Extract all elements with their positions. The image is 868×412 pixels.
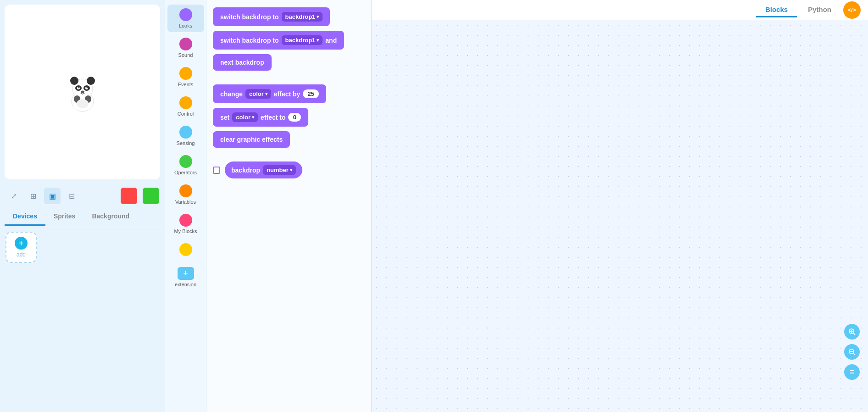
- svg-line-15: [853, 333, 855, 335]
- blocks-panel: switch backdrop to backdrop1 ▾ switch ba…: [206, 0, 372, 412]
- sound-label: Sound: [178, 52, 193, 58]
- main-canvas[interactable]: =: [372, 20, 868, 412]
- block-clear-graphic-effects[interactable]: clear graphic effects: [213, 131, 290, 148]
- canvas-action-buttons: =: [844, 324, 860, 380]
- sidebar-item-operators[interactable]: Operators: [167, 151, 204, 179]
- looks-dot: [179, 8, 192, 21]
- tab-background[interactable]: Background: [83, 208, 138, 226]
- extra-dot: [179, 243, 192, 256]
- expand-view-btn[interactable]: ⤢: [6, 188, 22, 204]
- block-text-set: set: [220, 114, 229, 121]
- sidebar-item-sensing[interactable]: Sensing: [167, 122, 204, 150]
- myblocks-dot: [179, 214, 192, 227]
- effect-value-input[interactable]: 0: [288, 113, 301, 122]
- variables-dot: [179, 184, 192, 197]
- block-switch-backdrop-wait[interactable]: switch backdrop to backdrop1 ▾ and: [213, 31, 344, 50]
- svg-point-8: [78, 87, 79, 88]
- code-fab-container: </>: [843, 0, 861, 20]
- sidebar-item-myblocks[interactable]: My Blocks: [167, 210, 204, 238]
- sidebar-item-control[interactable]: Control: [167, 93, 204, 120]
- block-text: next backdrop: [220, 59, 264, 66]
- operators-dot: [179, 155, 192, 168]
- sensing-label: Sensing: [177, 140, 195, 146]
- single-view-btn[interactable]: ▣: [44, 188, 61, 204]
- myblocks-label: My Blocks: [174, 228, 197, 234]
- panel-tabs: Devices Sprites Background: [0, 208, 165, 226]
- zoom-in-button[interactable]: [844, 324, 860, 340]
- color-dropdown-2[interactable]: color ▾: [232, 112, 258, 122]
- events-dot: [179, 67, 192, 80]
- category-sidebar: Looks Sound Events Control Sensing Opera…: [165, 0, 206, 412]
- svg-point-10: [81, 90, 84, 93]
- stop-button[interactable]: [121, 188, 137, 204]
- block-text: switch backdrop to: [220, 13, 279, 21]
- sidebar-item-looks[interactable]: Looks: [167, 5, 204, 32]
- block-switch-backdrop-1[interactable]: switch backdrop to backdrop1 ▾: [213, 7, 330, 26]
- block-backdrop-reporter-container: backdrop number ▾: [213, 161, 365, 178]
- block-text-change: change: [220, 90, 243, 98]
- blocks-tab-button[interactable]: Blocks: [756, 3, 797, 17]
- code-fab-button[interactable]: </>: [843, 1, 861, 19]
- left-panel: ⤢ ⊞ ▣ ⊟ Devices Sprites Background + add: [0, 0, 165, 412]
- block-text-effect-by: effect by: [274, 90, 300, 98]
- svg-point-13: [77, 99, 89, 108]
- add-device-button[interactable]: + add: [6, 232, 37, 263]
- operators-label: Operators: [174, 170, 197, 175]
- top-bar: Blocks Python: [372, 0, 868, 20]
- add-label: add: [17, 251, 26, 258]
- sidebar-item-sound[interactable]: Sound: [167, 34, 204, 61]
- control-label: Control: [178, 111, 194, 117]
- grid-view-btn[interactable]: ⊟: [63, 188, 80, 204]
- sidebar-item-extension[interactable]: + extension: [167, 263, 204, 291]
- sound-dot: [179, 38, 192, 50]
- sidebar-item-extra[interactable]: [167, 239, 204, 262]
- backdrop-property-dropdown[interactable]: number ▾: [263, 165, 296, 175]
- tab-sprites[interactable]: Sprites: [45, 208, 83, 226]
- block-text: switch backdrop to: [220, 37, 279, 44]
- panda-sprite: [64, 72, 101, 113]
- reset-zoom-button[interactable]: =: [844, 364, 860, 380]
- block-change-color-effect[interactable]: change color ▾ effect by 25: [213, 84, 326, 103]
- main-area: Blocks Python </> =: [372, 0, 868, 412]
- svg-point-2: [70, 77, 78, 85]
- backdrop-reporter-checkbox[interactable]: [213, 167, 220, 174]
- svg-point-9: [86, 87, 88, 88]
- extension-label: extension: [175, 282, 196, 287]
- python-tab-button[interactable]: Python: [799, 3, 840, 17]
- sidebar-item-events[interactable]: Events: [167, 63, 204, 91]
- view-controls: ⤢ ⊞ ▣ ⊟: [0, 184, 165, 208]
- sprite-preview: [5, 5, 160, 179]
- block-text-backdrop: backdrop: [231, 167, 260, 174]
- tab-devices[interactable]: Devices: [5, 208, 45, 226]
- svg-point-3: [87, 77, 95, 85]
- backdrop-dropdown-2[interactable]: backdrop1 ▾: [282, 35, 323, 45]
- block-next-backdrop[interactable]: next backdrop: [213, 54, 272, 71]
- control-dot: [179, 96, 192, 109]
- block-text-clear: clear graphic effects: [220, 136, 283, 143]
- svg-line-19: [853, 353, 855, 355]
- looks-label: Looks: [179, 23, 192, 28]
- block-set-color-effect[interactable]: set color ▾ effect to 0: [213, 108, 308, 127]
- block-backdrop-number[interactable]: backdrop number ▾: [225, 161, 302, 178]
- backdrop-dropdown-1[interactable]: backdrop1 ▾: [282, 12, 323, 22]
- devices-content: + add: [0, 226, 165, 412]
- block-text-and: and: [325, 37, 337, 44]
- sensing-dot: [179, 126, 192, 139]
- zoom-out-button[interactable]: [844, 344, 860, 360]
- events-label: Events: [178, 82, 194, 87]
- color-dropdown-1[interactable]: color ▾: [245, 89, 271, 99]
- block-text-effect-to: effect to: [261, 114, 285, 121]
- effect-amount-input[interactable]: 25: [303, 89, 318, 98]
- extension-icon: +: [178, 267, 194, 280]
- play-button[interactable]: [143, 188, 159, 204]
- split-view-btn[interactable]: ⊞: [25, 188, 41, 204]
- sidebar-item-variables[interactable]: Variables: [167, 181, 204, 208]
- plus-icon: +: [15, 237, 28, 250]
- variables-label: Variables: [175, 199, 196, 205]
